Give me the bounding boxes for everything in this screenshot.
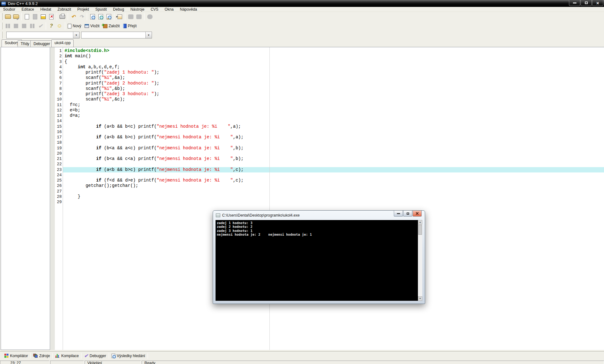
open-file-button[interactable] <box>4 13 12 21</box>
code-line-9[interactable]: printf("zadej 3 hodnotu: "); <box>65 91 604 97</box>
code-line-27[interactable] <box>65 189 604 194</box>
open-project-button[interactable] <box>12 13 20 21</box>
scroll-up-icon[interactable]: ▲ <box>418 220 422 224</box>
console-restore-button[interactable] <box>403 211 412 217</box>
find-button[interactable] <box>88 13 96 21</box>
menu-item-spustit[interactable]: Spustit <box>92 7 110 12</box>
code-line-26[interactable]: getchar();getchar(); <box>65 183 604 188</box>
menu-item-okna[interactable]: Okna <box>162 7 177 12</box>
console-window[interactable]: C:\Users\Dental\Desktop\programko\ukol4.… <box>213 210 425 304</box>
tab-vysledky-hledani[interactable]: Výsledky hledání <box>109 352 148 359</box>
console-line: zadej 3 hodnotu: 1 <box>217 229 417 233</box>
code-line-6[interactable]: scanf("%i",&a); <box>65 75 604 80</box>
class-browser-combo[interactable]: ▼ <box>6 32 80 38</box>
menu-item-debug[interactable]: Debug <box>110 7 127 12</box>
code-line-17[interactable]: if (a<b && b>c) printf("nejmensi hodnota… <box>65 135 604 140</box>
chevron-down-icon[interactable]: ▼ <box>73 32 79 38</box>
new-project-button <box>31 13 39 21</box>
toolbar-grip[interactable] <box>1 23 3 29</box>
console-line: zadej 1 hodnotu: 3 <box>217 221 417 225</box>
code-line-23[interactable]: if (a<b && b>c) printf("nejmensi hodnota… <box>65 167 604 172</box>
minimize-button[interactable] <box>569 0 580 6</box>
console-minimize-button[interactable] <box>394 211 403 217</box>
code-line-28[interactable]: } <box>65 194 604 199</box>
console-close-button[interactable]: ✕ <box>413 211 422 217</box>
code-line-19[interactable]: if (b<a && a<c) printf("nejmensi hodnota… <box>65 146 604 151</box>
toolbar-grip[interactable] <box>1 32 3 38</box>
code-editor[interactable]: 1234567891011121314151617181920212223242… <box>50 47 604 350</box>
menu-item-napoveda[interactable]: Nápověda <box>177 7 200 12</box>
close-button[interactable]: × <box>592 0 603 6</box>
gutter-divider <box>63 47 63 350</box>
about-button[interactable]: ☺ <box>55 22 64 30</box>
toggle-bookmark-button[interactable]: Založit <box>102 23 122 29</box>
code-line-20[interactable] <box>65 151 604 156</box>
close-file-button[interactable]: ✕ <box>47 13 55 21</box>
console-screen[interactable]: zadej 1 hodnotu: 3zadej 2 hodnotu: 2zade… <box>216 220 422 301</box>
code-line-11[interactable]: f=c; <box>65 102 604 108</box>
console-title-bar[interactable]: C:\Users\Dental\Desktop\programko\ukol4.… <box>213 211 425 220</box>
code-line-21[interactable]: if (b<a && c<a) printf("nejmensi hodnota… <box>65 156 604 161</box>
menu-item-projekt[interactable]: Projekt <box>74 7 92 12</box>
menu-item-zobrazit[interactable]: Zobrazit <box>54 7 74 12</box>
new-source-button[interactable] <box>23 13 31 21</box>
code-line-10[interactable]: scanf("%i",&c); <box>65 97 604 102</box>
code-line-22[interactable] <box>65 161 604 167</box>
code-line-13[interactable]: d=a; <box>65 113 604 118</box>
insert-button[interactable]: Vložit <box>83 23 102 29</box>
code-line-25[interactable]: if (f<d && d>e) printf("nejmensi hodnota… <box>65 178 604 183</box>
code-line-14[interactable] <box>65 118 604 124</box>
code-line-8[interactable]: scanf("%i",&b); <box>65 86 604 91</box>
replace-button[interactable] <box>105 13 113 21</box>
undo-icon: ↶ <box>71 14 75 20</box>
code-line-3[interactable]: { <box>65 59 604 64</box>
tab-kompilator[interactable]: Kompilátor <box>2 352 30 359</box>
tab-debugger-output[interactable]: ✔ Debugger <box>81 352 108 359</box>
main-area: 1234567891011121314151617181920212223242… <box>0 47 604 350</box>
tab-kompilace[interactable]: Kompilace <box>53 352 81 359</box>
menu-item-soubor[interactable]: Soubor <box>0 7 18 12</box>
code-text[interactable]: #include<stdio.h>int main(){ int a,b,c,d… <box>65 48 604 205</box>
new-class-button[interactable]: Nový <box>66 23 83 29</box>
toolbar-grip[interactable] <box>1 13 3 20</box>
minimize-icon <box>397 213 400 214</box>
scrollbar-thumb[interactable] <box>418 225 422 235</box>
print-button[interactable] <box>58 13 66 21</box>
restore-button[interactable] <box>581 0 592 6</box>
code-line-29[interactable] <box>65 199 604 205</box>
code-line-12[interactable]: e=b; <box>65 108 604 113</box>
help-button[interactable]: ? <box>47 22 55 30</box>
code-line-16[interactable] <box>65 129 604 135</box>
project-browser-panel[interactable] <box>1 47 50 350</box>
console-scrollbar[interactable]: ▲ ▼ <box>418 220 422 301</box>
code-line-5[interactable]: printf("zadej 1 hodnotu: "); <box>65 70 604 75</box>
code-line-24[interactable] <box>65 172 604 178</box>
editor-tab-ukol4[interactable]: ukol4.cpp <box>51 39 74 47</box>
code-line-1[interactable]: #include<stdio.h> <box>65 48 604 54</box>
find-in-files-button[interactable] <box>96 13 105 21</box>
toggle-bookmark-label: Založit <box>109 24 120 28</box>
close-icon: × <box>596 1 599 5</box>
code-line-2[interactable]: int main() <box>65 54 604 59</box>
chevron-down-icon[interactable]: ▼ <box>145 32 152 38</box>
save-button[interactable] <box>39 13 47 21</box>
goto-line-button[interactable] <box>116 13 124 21</box>
goto-bookmark-button[interactable]: Přejít <box>122 23 139 29</box>
tab-zdroje[interactable]: Zdroje <box>31 352 52 359</box>
compiler-combo-row: ▼ ▼ <box>0 31 604 39</box>
member-combo[interactable]: ▼ <box>81 32 152 38</box>
code-line-7[interactable]: printf("zadej 2 hodnotu: "); <box>65 81 604 86</box>
tab-debugger[interactable]: Debugger <box>30 40 53 47</box>
menu-item-editace[interactable]: Editace <box>18 7 37 12</box>
code-line-15[interactable]: if (a<b && b<c) printf("nejmesi hodnota … <box>65 124 604 129</box>
menu-item-nastroje[interactable]: Nástroje <box>127 7 148 12</box>
book-icon <box>123 24 127 28</box>
menu-item-cvs[interactable]: CVS <box>148 7 162 12</box>
code-line-4[interactable]: int a,b,c,d,e,f; <box>65 64 604 70</box>
title-bar: DEV Dev-C++ 4.9.9.2 × <box>0 0 604 7</box>
undo-button[interactable]: ↶ <box>69 13 77 21</box>
code-line-18[interactable] <box>65 140 604 145</box>
scroll-down-icon[interactable]: ▼ <box>418 296 422 301</box>
menu-item-hledat[interactable]: Hledat <box>37 7 55 12</box>
open-icon <box>5 14 11 19</box>
